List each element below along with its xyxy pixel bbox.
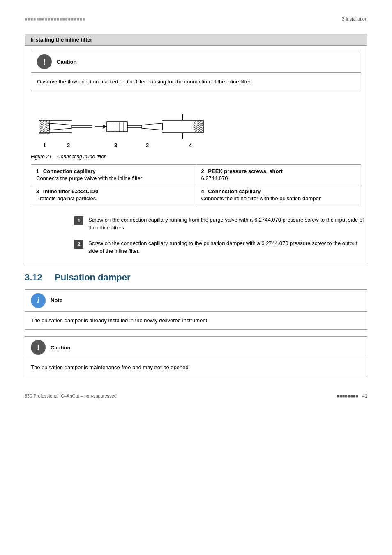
part-num-2: 2: [201, 168, 204, 174]
figure-image: 1 2 3 2 4: [31, 98, 361, 151]
svg-marker-20: [103, 125, 107, 129]
note-header: i Note: [25, 290, 367, 312]
step-text-1: Screw on the connection capillary runnin…: [88, 216, 367, 232]
caution-body: Observe the flow direction marked on the…: [31, 73, 361, 91]
svg-text:4: 4: [189, 142, 192, 148]
svg-text:1: 1: [43, 142, 46, 148]
header-dots: ■■■■■■■■■■■■■■■■■■■■■: [25, 17, 85, 21]
figure-caption: Figure 21 Connecting inline filter: [31, 154, 106, 160]
svg-marker-28: [142, 123, 162, 130]
page-footer: 850 Professional IC–AnCat – non-suppress…: [25, 393, 367, 398]
figure-caption-text: Connecting inline filter: [57, 154, 106, 160]
inline-filter-title: Installing the inline filter: [25, 34, 367, 46]
part-name-2: PEEK pressure screws, short: [208, 168, 282, 174]
caution-box-pulsation: ! Caution The pulsation damper is mainte…: [25, 336, 367, 377]
part-desc-4: Connects the inline filter with the puls…: [201, 195, 356, 201]
part-desc-2: 6.2744.070: [201, 175, 356, 181]
step-item-2: 2 Screw on the connection capillary runn…: [74, 239, 367, 255]
part-cell-2: 2 PEEK pressure screws, short 6.2744.070: [196, 164, 361, 185]
inline-filter-section: Installing the inline filter ! Caution O…: [25, 34, 367, 264]
page-header: ■■■■■■■■■■■■■■■■■■■■■ 3 Installation: [25, 16, 367, 21]
caution-header-pulsation: ! Caution: [25, 337, 367, 358]
note-title: Note: [51, 297, 62, 303]
note-icon: i: [31, 293, 46, 308]
part-desc-1: Connects the purge valve with the inline…: [36, 175, 191, 181]
caution-icon: !: [37, 54, 52, 69]
svg-rect-21: [107, 122, 127, 132]
svg-line-46: [194, 129, 194, 132]
part-num-1: 1: [36, 168, 39, 174]
part-cell-3: 3 Inline filter 6.2821.120 Protects agai…: [31, 185, 196, 205]
part-name-4: Connection capillary: [208, 188, 261, 194]
svg-line-41: [202, 121, 203, 124]
part-name-1: Connection capillary: [43, 168, 96, 174]
svg-text:2: 2: [146, 142, 149, 148]
footer-page: 41: [362, 393, 367, 398]
caution-header: ! Caution: [31, 51, 361, 73]
svg-text:3: 3: [114, 142, 117, 148]
svg-text:2: 2: [67, 142, 70, 148]
part-name-3: Inline filter 6.2821.120: [43, 188, 98, 194]
caution-title: Caution: [57, 59, 76, 65]
footer-dots: ■■■■■■■■: [337, 393, 358, 398]
section-title-312: Pulsation damper: [55, 272, 131, 283]
step-num-2: 2: [74, 240, 83, 249]
diagram-svg: 1 2 3 2 4: [31, 102, 228, 151]
page: ■■■■■■■■■■■■■■■■■■■■■ 3 Installation Ins…: [0, 0, 392, 555]
figure-caption-label: Figure 21: [31, 154, 52, 160]
footer-left: 850 Professional IC–AnCat – non-suppress…: [25, 393, 117, 398]
figure-area: 1 2 3 2 4 Figure 21 Connecting inline fi…: [25, 98, 367, 212]
note-body: The pulsation damper is already installe…: [25, 312, 367, 330]
caution-icon-pulsation: !: [31, 340, 46, 355]
note-box-pulsation: i Note The pulsation damper is already i…: [25, 289, 367, 330]
step-item-1: 1 Screw on the connection capillary runn…: [74, 216, 367, 232]
part-desc-3: Protects against particles.: [36, 195, 191, 201]
part-num-3: 3: [36, 188, 39, 194]
step-num-1: 1: [74, 216, 83, 225]
parts-table: 1 Connection capillary Connects the purg…: [31, 164, 361, 205]
part-num-4: 4: [201, 188, 204, 194]
svg-line-9: [48, 121, 49, 124]
section-heading-312: 3.12 Pulsation damper: [25, 272, 367, 283]
caution-notice-inline: ! Caution Observe the flow direction mar…: [31, 51, 361, 91]
header-chapter: 3 Installation: [342, 16, 367, 21]
svg-marker-15: [50, 123, 72, 130]
part-cell-4: 4 Connection capillary Connects the inli…: [196, 185, 361, 205]
caution-title-pulsation: Caution: [51, 345, 70, 351]
caution-body-pulsation: The pulsation damper is maintenance-free…: [25, 358, 367, 377]
footer-right: ■■■■■■■■ 41: [337, 393, 367, 398]
steps-area: 1 Screw on the connection capillary runn…: [74, 216, 367, 255]
table-row: 1 Connection capillary Connects the purg…: [31, 164, 361, 185]
part-cell-1: 1 Connection capillary Connects the purg…: [31, 164, 196, 185]
table-row: 3 Inline filter 6.2821.120 Protects agai…: [31, 185, 361, 205]
svg-line-14: [40, 129, 41, 132]
section-num-312: 3.12: [25, 272, 47, 283]
step-text-2: Screw on the connection capillary runnin…: [88, 239, 367, 255]
